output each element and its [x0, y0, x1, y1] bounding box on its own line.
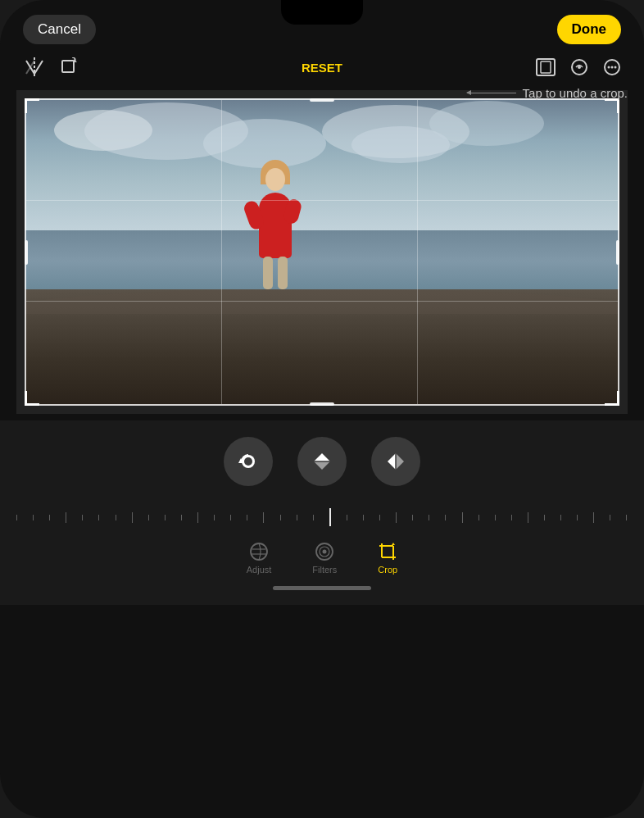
- flip-horizontal-button[interactable]: [371, 437, 420, 486]
- svg-point-5: [578, 66, 581, 69]
- tooltip-line: [467, 93, 516, 93]
- svg-marker-16: [388, 453, 396, 470]
- tick: [116, 515, 116, 520]
- tick: [593, 512, 594, 523]
- tick: [214, 515, 215, 520]
- tick: [16, 515, 17, 520]
- lower-area: Adjust Filters: [0, 420, 644, 605]
- tab-adjust-label: Adjust: [247, 565, 272, 575]
- tab-crop-label: Crop: [378, 565, 397, 575]
- rotation-controls: [0, 437, 644, 486]
- tick: [148, 515, 149, 520]
- svg-point-9: [615, 66, 617, 69]
- tick: [247, 515, 247, 520]
- phone-frame: Cancel Done RESET: [0, 0, 644, 818]
- tooltip-text: Tap to undo a crop.: [523, 86, 628, 100]
- svg-marker-29: [392, 543, 395, 545]
- tick: [313, 515, 314, 520]
- svg-point-19: [251, 543, 267, 560]
- tick: [66, 512, 66, 523]
- toolbar: RESET: [0, 52, 644, 84]
- svg-point-8: [611, 66, 614, 69]
- done-button[interactable]: Done: [557, 15, 622, 44]
- tick: [165, 515, 166, 520]
- tick: [577, 515, 578, 520]
- tick: [396, 512, 397, 523]
- tick: [230, 515, 231, 520]
- svg-point-24: [323, 550, 327, 554]
- more-icon[interactable]: [603, 58, 621, 76]
- tick: [181, 515, 182, 520]
- svg-marker-14: [314, 461, 330, 470]
- aspect-ratio-icon[interactable]: [536, 58, 556, 76]
- tab-crop[interactable]: Crop: [378, 542, 397, 575]
- figure-body: [259, 193, 292, 258]
- photo-water: [25, 230, 619, 292]
- cancel-button[interactable]: Cancel: [23, 15, 96, 44]
- image-wrapper: [16, 90, 628, 414]
- photo-clouds: [25, 98, 619, 237]
- tick: [560, 515, 561, 520]
- tick: [528, 512, 528, 523]
- tab-adjust[interactable]: Adjust: [247, 542, 272, 575]
- tick: [263, 512, 264, 523]
- reset-button[interactable]: RESET: [302, 61, 342, 75]
- tick: [544, 515, 545, 520]
- flip-icon[interactable]: [23, 57, 46, 77]
- tick: [132, 512, 133, 523]
- bottom-tabs: Adjust Filters: [0, 532, 644, 581]
- svg-marker-17: [396, 453, 404, 470]
- rotate-left-button[interactable]: [224, 437, 273, 486]
- svg-rect-3: [541, 61, 551, 73]
- tick: [495, 515, 496, 520]
- tick: [82, 515, 83, 520]
- tick: [478, 515, 479, 520]
- tick: [347, 515, 347, 520]
- tick: [610, 515, 610, 520]
- photo-rocks: [25, 289, 619, 407]
- tab-filters-label: Filters: [312, 565, 337, 575]
- tick: [462, 512, 463, 523]
- filters-icon: [315, 542, 334, 561]
- tick: [626, 515, 627, 520]
- svg-point-11: [244, 457, 252, 466]
- crop-icon: [378, 542, 397, 561]
- tick: [33, 515, 34, 520]
- tick: [280, 515, 281, 520]
- adjust-icon: [249, 542, 269, 561]
- dial-ticks: [16, 508, 628, 526]
- tick: [379, 515, 380, 520]
- tick: [98, 515, 99, 520]
- toolbar-right: [536, 58, 621, 76]
- tick: [445, 515, 446, 520]
- svg-rect-1: [62, 61, 74, 72]
- markup-icon[interactable]: [570, 58, 588, 76]
- dial-center-tick: [329, 508, 331, 526]
- top-bar: Cancel Done: [0, 0, 644, 52]
- dial-container[interactable]: [16, 502, 628, 532]
- home-indicator: [273, 586, 371, 590]
- tooltip-container: Tap to undo a crop.: [467, 86, 628, 100]
- toolbar-left: [23, 57, 79, 77]
- rotate-icon[interactable]: [59, 57, 79, 77]
- svg-point-7: [608, 66, 610, 69]
- tab-filters[interactable]: Filters: [312, 542, 337, 575]
- tick: [197, 512, 198, 523]
- tick: [363, 515, 364, 520]
- tick: [429, 515, 429, 520]
- tick: [412, 515, 413, 520]
- svg-marker-13: [314, 453, 330, 461]
- tick: [49, 515, 50, 520]
- tick: [511, 515, 512, 520]
- tick: [297, 515, 297, 520]
- photo-figure: [251, 160, 300, 291]
- figure-head: [265, 168, 285, 191]
- crop-box: [25, 98, 619, 406]
- flip-vertical-button[interactable]: [297, 437, 347, 486]
